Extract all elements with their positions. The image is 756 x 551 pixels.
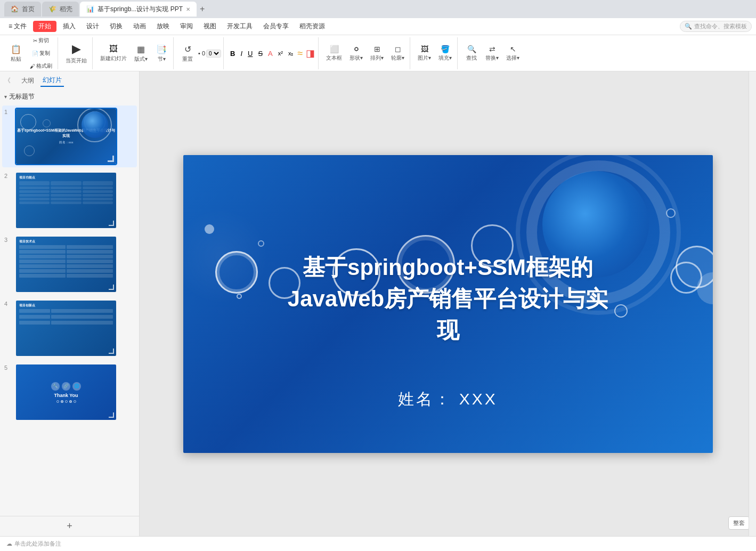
add-slide-icon: + [67,521,72,532]
copy-button[interactable]: 📄 复制 [27,47,55,59]
replace-button[interactable]: ⇄ 替换▾ [482,43,502,64]
menu-review[interactable]: 审阅 [176,21,197,32]
search-icon: 🔍 [685,23,692,30]
sidebar-collapse-button[interactable]: 《 [4,76,11,85]
slide-thumb-3: 项目技术点 [15,236,117,293]
textbox-icon: ⬜ [330,45,339,53]
slide-item-1[interactable]: 1 基于springboot+SSM框架的JavaWeb房产销售平台设计与实现 … [2,106,137,167]
textbox-button[interactable]: ⬜ 文本框 [323,43,345,64]
image-button[interactable]: 🖼 图片▾ [414,43,434,64]
slide-item-3[interactable]: 3 项目技术点 [2,233,137,295]
tab-slides[interactable]: 幻灯片 [40,75,64,87]
reset-button[interactable]: ↺ 重置 [178,42,197,65]
menu-file[interactable]: ≡ 文件 [4,21,31,32]
search-placeholder: 查找命令、搜索模板 [694,22,747,30]
tab-home-favicon: 🏠 [11,5,19,13]
thumb5-icon2: 🔗 [62,382,70,391]
bold-button[interactable]: B [228,48,237,59]
menu-start[interactable]: 开始 [33,21,56,32]
slide-main-title: 基于springboot+SSM框架的 JavaWeb房产销售平台设计与实 现 [183,252,713,346]
slide-num-2: 2 [4,172,12,179]
slide-title-area: 基于springboot+SSM框架的 JavaWeb房产销售平台设计与实 现 [183,252,713,346]
section-arrow-icon: ▾ [4,94,7,100]
menu-vip[interactable]: 会员专享 [259,21,293,32]
thumb3-header: 项目技术点 [19,240,113,244]
scroll-bar-right[interactable] [749,71,756,536]
toolbar-paste-group: 📋 粘贴 ✂ 剪切 📄 复制 🖌 格式刷 [4,37,58,69]
fill-button[interactable]: 🪣 填充▾ [435,43,455,64]
select-button[interactable]: ↖ 选择▾ [503,43,523,64]
tab-ppt[interactable]: 📊 基于springb...设计与实现 PPT ✕ [80,2,197,17]
layout-icon: ▦ [137,44,145,54]
underline-button[interactable]: U [246,48,255,59]
menu-devtools[interactable]: 开发工具 [223,21,257,32]
tab-daoke-favicon: 🌾 [48,5,56,13]
toolbar-play-group: ▶ 当页开始 [60,37,93,69]
cut-button[interactable]: ✂ 剪切 [27,35,55,46]
superscript-button[interactable]: x² [276,49,285,58]
thumb5-dots [56,400,76,403]
slide-subtitle-area: 姓名： XXX [183,388,713,410]
comment-cloud-icon: ☁ [6,540,12,547]
thumb5-icon3: 🌐 [72,382,81,391]
paste-icon: 📋 [11,44,21,54]
tab-daoke[interactable]: 🌾 稻壳 [42,2,79,17]
slide-item-2[interactable]: 2 项目功能点 [2,169,137,231]
subscript-button[interactable]: x₂ [286,49,296,58]
thumb1-name: 姓名：xxx [59,140,74,145]
paste-button[interactable]: 📋 粘贴 [6,42,26,65]
tab-home[interactable]: 🏠 首页 [4,2,41,17]
highlight-button[interactable]: ≈ [296,47,304,60]
arrange-button[interactable]: ⊞ 排列▾ [367,43,387,64]
toolbar-edit-group: 🔍 查找 ⇄ 替换▾ ↖ 选择▾ [460,37,525,69]
thumb5-icons-row: 🔧 🔗 🌐 [51,382,81,391]
menu-resources[interactable]: 稻壳资源 [295,21,329,32]
section-button[interactable]: 📑 节▾ [152,42,171,65]
copy-icon: 📄 [32,51,38,56]
close-tab-icon[interactable]: ✕ [186,6,190,12]
play-button[interactable]: ▶ 当页开始 [62,40,90,67]
play-icon: ▶ [72,42,81,56]
add-slide-button[interactable]: + [67,521,72,532]
menu-slideshow[interactable]: 放映 [152,21,174,32]
slide-thumb-1: 基于springboot+SSM框架的JavaWeb房产销售平台设计与实现 姓名… [15,108,117,165]
comment-placeholder[interactable]: 单击此处添加备注 [14,540,61,548]
font-color-button[interactable]: A [266,48,275,59]
italic-button[interactable]: I [238,48,245,59]
outline-button[interactable]: ◻ 轮廓▾ [388,43,408,64]
add-tab-button[interactable]: + [200,4,205,14]
shape-button[interactable]: ⭘ 形状▾ [346,43,366,64]
menu-view[interactable]: 视图 [199,21,221,32]
strikethrough-button[interactable]: S [256,48,265,59]
slide-main: 基于springboot+SSM框架的 JavaWeb房产销售平台设计与实 现 … [183,155,713,453]
brush-color-button[interactable]: ◨ [305,46,316,60]
format-brush-button[interactable]: 🖌 格式刷 [27,60,55,72]
tab-home-label: 首页 [22,5,35,14]
slide-num-5: 5 [4,363,12,371]
toolbar-slide-group: 🖼 新建幻灯片 ▦ 版式▾ 📑 节▾ [95,37,174,69]
fill-icon: 🪣 [441,45,450,53]
thumb5-icon1: 🔧 [51,382,60,391]
select-icon: ↖ [510,45,516,53]
find-button[interactable]: 🔍 查找 [462,43,481,64]
search-box[interactable]: 🔍 查找命令、搜索模板 [680,21,752,32]
toolbar-image-group: 🖼 图片▾ 🪣 填充▾ [412,37,458,69]
slide-list: 1 基于springboot+SSM框架的JavaWeb房产销售平台设计与实现 … [0,103,139,516]
menu-insert[interactable]: 插入 [59,21,80,32]
tab-outline[interactable]: 大纲 [19,75,36,86]
new-slide-icon: 🖼 [109,44,118,54]
menu-design[interactable]: 设计 [82,21,103,32]
slide-item-5[interactable]: 5 🔧 🔗 🌐 Thank You [2,361,137,423]
slide-thumb-5: 🔧 🔗 🌐 Thank You [15,363,117,421]
new-slide-button[interactable]: 🖼 新建幻灯片 [97,42,130,64]
menu-animation[interactable]: 动画 [129,21,150,32]
section-header: ▾ 无标题节 [0,90,139,103]
slide-canvas: 基于springboot+SSM框架的 JavaWeb房产销售平台设计与实 现 … [140,71,756,536]
layout-button[interactable]: ▦ 版式▾ [131,42,151,65]
format-brush-icon: 🖌 [30,63,35,69]
font-size-select[interactable]: 0 [206,50,221,58]
slide-item-4[interactable]: 4 项目创新点 [2,297,137,359]
fit-button[interactable]: 整套 [728,516,750,530]
menu-transition[interactable]: 切换 [105,21,127,32]
toolbar: 📋 粘贴 ✂ 剪切 📄 复制 🖌 格式刷 ▶ 当页开始 🖼 新建 [0,35,756,71]
